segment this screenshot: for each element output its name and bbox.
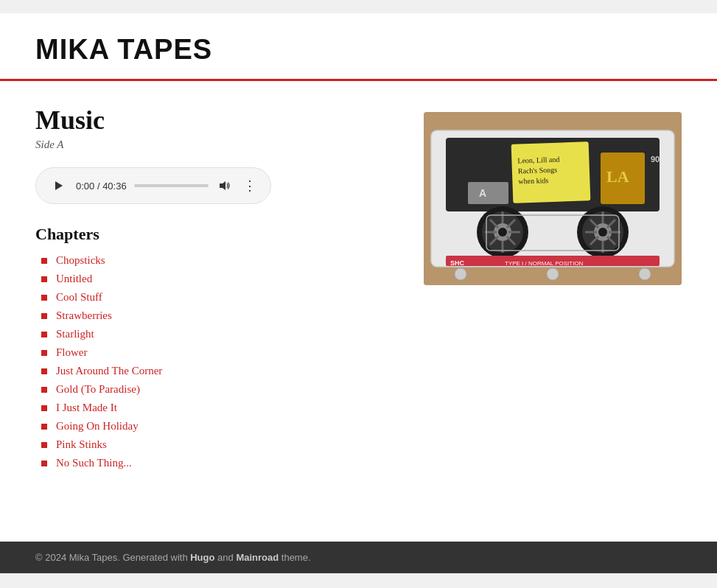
chapter-link[interactable]: Starlight [56, 328, 94, 340]
cassette-image: Leon, Lill and Rach's Songs when kids A … [424, 112, 682, 285]
footer-theme: theme. [279, 552, 310, 563]
left-column: Music Side A 0:00 / 40:36 [35, 105, 394, 518]
chapter-link[interactable]: Strawberries [56, 309, 112, 322]
list-item: Pink Stinks [41, 438, 394, 451]
list-item: Chopsticks [41, 254, 394, 267]
chapter-link[interactable]: No Such Thing... [56, 457, 132, 469]
svg-point-17 [498, 228, 507, 237]
list-item: Cool Stuff [41, 291, 394, 304]
svg-marker-0 [55, 181, 63, 190]
chapter-bullet [41, 387, 47, 393]
list-item: Strawberries [41, 309, 394, 322]
footer-copyright: © 2024 Mika Tapes. Generated with [35, 552, 190, 563]
chapter-link[interactable]: Just Around The Corner [56, 365, 162, 377]
chapter-bullet [41, 332, 47, 337]
page-heading: Music [35, 105, 394, 136]
list-item: Going On Holiday [41, 420, 394, 433]
chapter-bullet [41, 313, 47, 319]
audio-player[interactable]: 0:00 / 40:36 ⋮ [35, 167, 271, 204]
chapters-list: ChopsticksUntitledCool StuffStrawberries… [41, 254, 394, 469]
svg-text:Leon, Lill and: Leon, Lill and [517, 155, 559, 165]
chapter-link[interactable]: Pink Stinks [56, 438, 107, 451]
chapter-bullet [41, 461, 47, 466]
volume-button[interactable] [216, 177, 234, 195]
chapter-link[interactable]: Flower [56, 346, 88, 359]
chapter-link[interactable]: Gold (To Paradise) [56, 383, 140, 396]
cassette-svg: Leon, Lill and Rach's Songs when kids A … [424, 112, 682, 285]
svg-text:TYPE I / NORMAL POSITION: TYPE I / NORMAL POSITION [505, 260, 584, 267]
svg-text:SHC: SHC [450, 259, 465, 267]
progress-bar-track[interactable] [134, 184, 209, 187]
list-item: No Such Thing... [41, 457, 394, 469]
play-button[interactable] [48, 175, 69, 196]
svg-point-43 [547, 268, 559, 280]
time-display: 0:00 / 40:36 [76, 181, 127, 192]
volume-icon [219, 180, 231, 192]
list-item: Starlight [41, 328, 394, 340]
chapter-bullet [41, 295, 47, 301]
svg-text:when kids: when kids [518, 176, 548, 185]
chapter-bullet [41, 276, 47, 282]
svg-point-29 [598, 228, 607, 237]
list-item: Just Around The Corner [41, 365, 394, 377]
site-title[interactable]: MIKA TAPES [35, 34, 682, 66]
play-icon [52, 180, 64, 192]
footer-and: and [214, 552, 236, 563]
site-header: MIKA TAPES [0, 13, 717, 81]
chapter-bullet [41, 258, 47, 264]
more-options-button[interactable]: ⋮ [241, 177, 259, 195]
chapter-bullet [41, 350, 47, 356]
chapter-link[interactable]: Cool Stuff [56, 291, 102, 304]
svg-rect-9 [468, 182, 508, 204]
list-item: Untitled [41, 273, 394, 285]
chapter-bullet [41, 442, 47, 448]
svg-point-44 [639, 268, 651, 280]
mainroad-link[interactable]: Mainroad [236, 552, 279, 563]
list-item: Gold (To Paradise) [41, 383, 394, 396]
site-footer: © 2024 Mika Tapes. Generated with Hugo a… [0, 542, 717, 573]
chapter-link[interactable]: Chopsticks [56, 254, 105, 267]
chapter-link[interactable]: I Just Made It [56, 402, 117, 414]
chapter-link[interactable]: Going On Holiday [56, 420, 139, 433]
chapter-bullet [41, 405, 47, 411]
chapter-bullet [41, 424, 47, 430]
svg-text:A: A [479, 187, 486, 199]
right-column: Leon, Lill and Rach's Songs when kids A … [424, 105, 682, 518]
chapters-heading: Chapters [35, 225, 394, 244]
main-content: Music Side A 0:00 / 40:36 [0, 81, 717, 542]
page-subtitle: Side A [35, 139, 394, 151]
svg-text:LA: LA [606, 167, 629, 186]
list-item: Flower [41, 346, 394, 359]
svg-marker-1 [220, 181, 225, 190]
svg-point-42 [455, 268, 466, 280]
svg-text:Rach's Songs: Rach's Songs [518, 166, 558, 175]
svg-text:90: 90 [651, 155, 660, 164]
list-item: I Just Made It [41, 402, 394, 414]
chapter-link[interactable]: Untitled [56, 273, 92, 285]
hugo-link[interactable]: Hugo [190, 552, 214, 563]
chapter-bullet [41, 368, 47, 374]
